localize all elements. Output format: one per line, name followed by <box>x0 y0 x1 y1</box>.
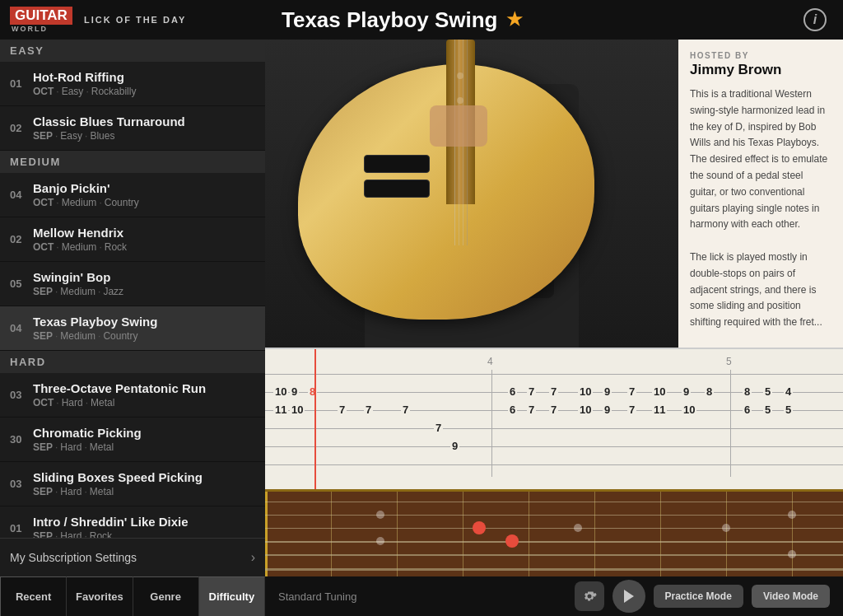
list-item[interactable]: 30 Chromatic Picking SEP·Hard·Metal <box>0 418 265 462</box>
svg-marker-0 <box>624 590 634 603</box>
tab-notation-area: 4 5 10 11 9 10 8 7 7 7 7 9 <box>265 348 843 490</box>
fret-line <box>331 492 332 576</box>
tuning-label: Standard Tuning <box>278 590 356 603</box>
beat-marker-5: 5 <box>726 356 732 367</box>
section-title: LICK OF THE DAY <box>84 15 186 25</box>
guitar-logo: GUITAR <box>10 7 72 26</box>
list-item[interactable]: 05 Swingin' Bop SEP·Medium·Jazz <box>0 262 265 306</box>
beat-marker-4: 4 <box>487 356 493 367</box>
host-name: Jimmy Brown <box>690 62 831 78</box>
page-title: Texas Playboy Swing ★ <box>282 7 523 33</box>
fret-line <box>594 492 595 576</box>
hosted-by-label: HOSTED BY <box>690 51 831 60</box>
section-header-hard: HARD <box>0 351 265 373</box>
sidebar-scroll[interactable]: EASY 01 Hot-Rod Riffing OCT·Easy·Rockabi… <box>0 40 265 538</box>
fret-line <box>463 492 463 576</box>
subscription-label: My Subscription Settings <box>10 551 137 564</box>
string-line-3 <box>265 528 843 529</box>
fret-position-dot <box>574 524 582 532</box>
list-item[interactable]: 02 Classic Blues Turnaround SEP·Easy·Blu… <box>0 106 265 151</box>
string-line-1 <box>265 502 843 502</box>
fret-position-dot <box>788 550 796 558</box>
tab-difficulty[interactable]: Difficulty <box>199 576 265 616</box>
logo-area: GUITAR WORLD LICK OF THE DAY <box>0 7 265 34</box>
string-line-4 <box>265 541 843 543</box>
list-item[interactable]: 02 Mellow Hendrix OCT·Medium·Rock <box>0 217 265 262</box>
main-content: EASY 01 Hot-Rod Riffing OCT·Easy·Rockabi… <box>0 40 843 576</box>
gear-icon <box>581 588 598 604</box>
info-panel: HOSTED BY Jimmy Brown This is a traditio… <box>678 40 843 348</box>
fret-position-dot <box>376 537 384 545</box>
logo-box: GUITAR WORLD <box>10 7 72 34</box>
active-note-1 <box>473 521 486 534</box>
tab-recent[interactable]: Recent <box>0 576 67 616</box>
tab-string-5 <box>265 446 843 447</box>
favorite-star-icon[interactable]: ★ <box>506 9 523 30</box>
fret-line <box>529 492 529 576</box>
fret-position-dot <box>722 524 730 532</box>
content-area: GUITARWORLD <box>265 40 843 348</box>
fret-position-dot <box>376 511 384 519</box>
chevron-right-icon: › <box>251 550 255 565</box>
fret-nut <box>265 492 268 576</box>
title-text: Texas Playboy Swing <box>282 7 498 33</box>
list-item[interactable]: 01 Hot-Rod Riffing OCT·Easy·Rockabilly <box>0 62 265 106</box>
list-item-active[interactable]: 04 Texas Playboy Swing SEP·Medium·Countr… <box>0 306 265 351</box>
practice-mode-button[interactable]: Practice Mode <box>654 585 743 608</box>
fret-line <box>792 492 793 576</box>
active-note-2 <box>505 534 519 548</box>
description-text: This is a traditional Western swing-styl… <box>690 86 831 331</box>
play-button[interactable] <box>612 580 645 613</box>
video-placeholder[interactable]: GUITARWORLD <box>265 40 678 348</box>
sidebar: EASY 01 Hot-Rod Riffing OCT·Easy·Rockabi… <box>0 40 265 576</box>
tab-string-6 <box>265 464 843 465</box>
playhead <box>314 349 316 490</box>
section-header-medium: MEDIUM <box>0 151 265 173</box>
toolbar-tabs: Recent Favorites Genre Difficulty <box>0 576 265 616</box>
tab-string-1 <box>265 374 843 375</box>
toolbar-right: Standard Tuning Practice Mode Video Mode <box>265 580 843 613</box>
list-item[interactable]: 03 Three-Octave Pentatonic Run OCT·Hard·… <box>0 373 265 418</box>
play-icon <box>623 590 635 603</box>
fret-line <box>397 492 398 576</box>
tab-favorites[interactable]: Favorites <box>67 576 133 616</box>
video-area: GUITARWORLD <box>265 40 678 348</box>
list-item[interactable]: 03 Sliding Boxes Speed Picking SEP·Hard·… <box>0 462 265 506</box>
tab-string-4 <box>265 428 843 429</box>
subscription-settings[interactable]: My Subscription Settings › <box>0 538 265 576</box>
lick-title-area: Texas Playboy Swing ★ i <box>265 7 843 33</box>
fret-line <box>660 492 661 576</box>
section-header-easy: EASY <box>0 40 265 62</box>
right-panel: GUITARWORLD <box>265 40 843 576</box>
bottom-toolbar: Recent Favorites Genre Difficulty Standa… <box>0 576 843 616</box>
logo-subtitle: WORLD <box>10 25 48 33</box>
tab-genre[interactable]: Genre <box>133 576 199 616</box>
string-line-5 <box>265 554 843 556</box>
fretboard-area <box>265 489 843 576</box>
playback-controls: Practice Mode Video Mode <box>575 580 831 613</box>
settings-button[interactable] <box>575 581 604 611</box>
video-mode-button[interactable]: Video Mode <box>752 585 830 608</box>
list-item[interactable]: 01 Intro / Shreddin' Like Dixie SEP·Hard… <box>0 506 265 538</box>
top-bar: GUITAR WORLD LICK OF THE DAY Texas Playb… <box>0 0 843 40</box>
string-line-6 <box>265 568 843 571</box>
fret-line <box>726 492 727 576</box>
string-line-2 <box>265 515 843 516</box>
list-item[interactable]: 04 Banjo Pickin' OCT·Medium·Country <box>0 173 265 217</box>
fret-position-dot <box>788 511 796 519</box>
info-button[interactable]: i <box>803 8 827 31</box>
